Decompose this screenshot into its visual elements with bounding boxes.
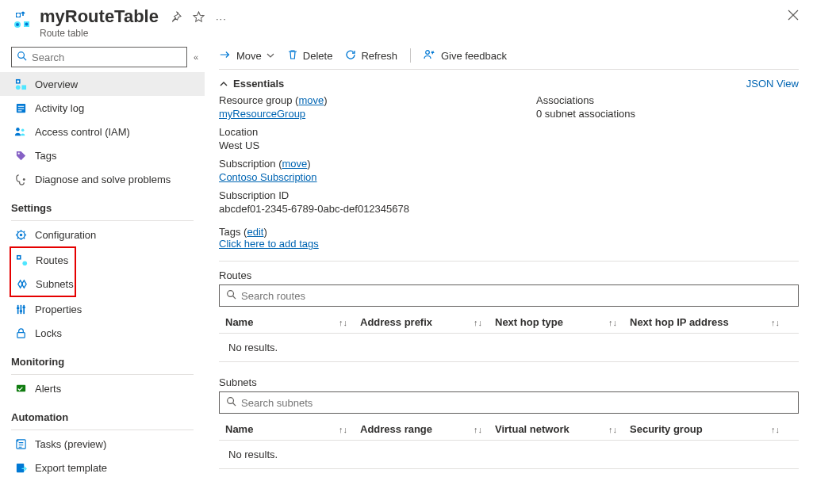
svg-rect-22 <box>17 304 18 313</box>
divider <box>11 374 194 375</box>
svg-point-34 <box>228 291 234 297</box>
subnets-col-security-group[interactable]: Security group↑↓ <box>630 423 792 435</box>
search-icon <box>226 396 236 409</box>
pin-icon[interactable] <box>170 11 182 25</box>
svg-rect-32 <box>16 463 23 472</box>
feedback-icon <box>424 49 436 63</box>
sidebar-item-alerts[interactable]: Alerts <box>0 376 205 400</box>
routes-icon <box>16 254 28 266</box>
svg-point-16 <box>22 178 25 181</box>
gear-icon <box>14 228 27 241</box>
toolbar-label: Refresh <box>361 50 397 62</box>
close-icon[interactable] <box>788 10 799 24</box>
svg-point-3 <box>25 23 29 26</box>
delete-icon <box>287 49 298 63</box>
sidebar-search-input[interactable] <box>32 52 182 63</box>
subnets-search[interactable] <box>219 391 799 414</box>
sidebar-item-label: Activity log <box>35 102 84 114</box>
routes-col-name[interactable]: Name↑↓ <box>225 316 360 328</box>
toolbar-label: Give feedback <box>441 50 507 62</box>
sidebar-item-label: Access control (IAM) <box>35 126 130 138</box>
divider <box>11 220 194 221</box>
subnets-col-virtual-network[interactable]: Virtual network↑↓ <box>495 423 630 435</box>
star-icon[interactable] <box>193 11 205 25</box>
routes-col-next-hop-type[interactable]: Next hop type↑↓ <box>495 316 630 328</box>
svg-rect-28 <box>17 332 24 338</box>
sidebar-item-label: Tasks (preview) <box>35 438 106 450</box>
subscription-move-link[interactable]: move <box>282 158 308 170</box>
sidebar-item-overview[interactable]: Overview <box>0 72 205 96</box>
sort-icon: ↑↓ <box>771 318 780 327</box>
sidebar-item-tasks[interactable]: Tasks (preview) <box>0 432 205 456</box>
sidebar-search[interactable] <box>11 47 187 67</box>
tags-edit-link[interactable]: edit <box>247 226 263 238</box>
associations-label: Associations <box>536 94 799 106</box>
routes-col-address-prefix[interactable]: Address prefix↑↓ <box>360 316 495 328</box>
collapse-sidebar-icon[interactable]: « <box>194 52 198 62</box>
resource-group-link[interactable]: myResourceGroup <box>219 108 520 120</box>
svg-point-0 <box>17 13 20 17</box>
svg-point-2 <box>16 23 19 26</box>
svg-rect-23 <box>20 304 21 313</box>
essentials-toggle[interactable]: Essentials JSON View <box>219 70 799 94</box>
routes-col-next-hop-ip[interactable]: Next hop IP address↑↓ <box>630 316 792 328</box>
svg-point-33 <box>426 50 430 54</box>
location-value: West US <box>219 139 520 151</box>
resource-group-label: Resource group (move) <box>219 94 520 106</box>
route-table-small-icon <box>14 78 27 90</box>
sidebar-item-activity-log[interactable]: Activity log <box>0 96 205 120</box>
subnets-search-input[interactable] <box>241 397 792 409</box>
refresh-icon <box>345 49 356 63</box>
sidebar-item-label: Tags <box>35 150 56 162</box>
delete-button[interactable]: Delete <box>287 49 333 63</box>
sidebar-item-routes[interactable]: Routes <box>11 248 75 272</box>
sidebar-item-diagnose[interactable]: Diagnose and solve problems <box>0 167 205 191</box>
access-control-icon <box>14 125 27 138</box>
add-tags-link[interactable]: Click here to add tags <box>219 238 319 250</box>
activity-log-icon <box>14 101 27 114</box>
sidebar-item-label: Export template <box>35 462 107 474</box>
sidebar-item-label: Subnets <box>36 278 74 290</box>
properties-icon <box>14 303 27 315</box>
routes-search[interactable] <box>219 284 799 307</box>
sidebar-item-label: Overview <box>35 78 78 90</box>
svg-rect-8 <box>21 85 26 90</box>
svg-point-6 <box>17 80 19 82</box>
resource-group-move-link[interactable]: move <box>298 94 324 106</box>
subnets-col-address-range[interactable]: Address range↑↓ <box>360 423 495 435</box>
sidebar-item-subnets[interactable]: Subnets <box>11 272 75 296</box>
sidebar-item-tags[interactable]: Tags <box>0 143 205 167</box>
sort-icon: ↑↓ <box>339 425 347 434</box>
sidebar-item-label: Alerts <box>35 383 61 395</box>
subnets-icon <box>16 277 28 290</box>
subscription-link[interactable]: Contoso Subscription <box>219 171 520 183</box>
routes-no-results: No results. <box>219 334 799 362</box>
subnets-section: Subnets Name↑↓ Address range↑↓ Virtual n… <box>219 376 799 469</box>
tags-label: Tags <box>219 226 240 238</box>
command-bar: Move Delete Refresh <box>219 44 799 70</box>
sidebar-item-label: Properties <box>35 304 82 315</box>
subnets-col-name[interactable]: Name↑↓ <box>225 423 360 435</box>
refresh-button[interactable]: Refresh <box>345 49 397 63</box>
sort-icon: ↑↓ <box>608 318 617 327</box>
routes-table-header: Name↑↓ Address prefix↑↓ Next hop type↑↓ … <box>219 311 799 334</box>
more-icon[interactable]: ··· <box>216 13 227 25</box>
sidebar-item-properties[interactable]: Properties <box>0 297 205 321</box>
sidebar-item-locks[interactable]: Locks <box>0 321 205 345</box>
sidebar-item-export-template[interactable]: Export template <box>0 456 205 479</box>
svg-rect-27 <box>22 306 25 307</box>
lock-icon <box>14 326 27 339</box>
sidebar-item-configuration[interactable]: Configuration <box>0 223 205 246</box>
svg-point-7 <box>15 85 20 90</box>
move-button[interactable]: Move <box>219 49 274 63</box>
routes-search-input[interactable] <box>241 290 792 302</box>
toolbar-label: Delete <box>303 50 333 62</box>
routes-title: Routes <box>219 269 799 281</box>
blade-header: myRouteTable Route table ··· <box>0 0 813 44</box>
sort-icon: ↑↓ <box>339 318 347 327</box>
location-label: Location <box>219 126 520 138</box>
json-view-link[interactable]: JSON View <box>746 78 799 90</box>
feedback-button[interactable]: Give feedback <box>424 49 507 63</box>
subnets-title: Subnets <box>219 376 799 388</box>
sidebar-item-access-control[interactable]: Access control (IAM) <box>0 120 205 143</box>
